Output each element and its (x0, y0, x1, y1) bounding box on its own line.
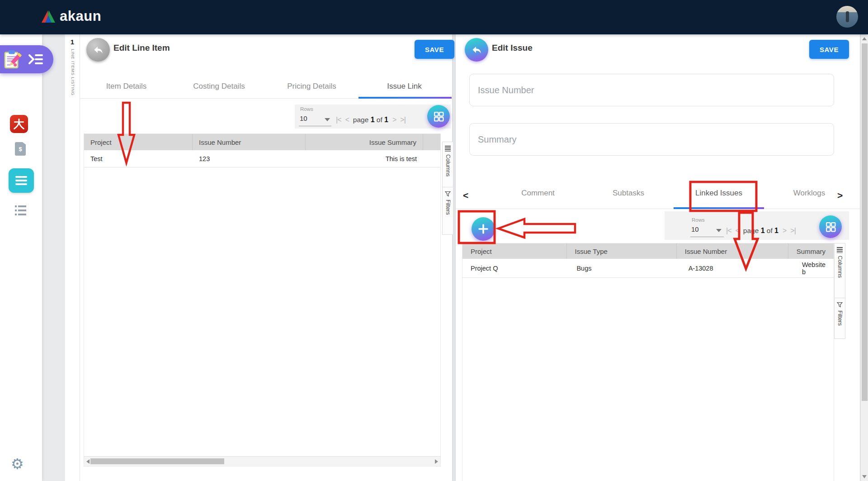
filter-funnel-icon (445, 191, 451, 197)
grid-view-button[interactable] (427, 105, 450, 128)
summary-field[interactable] (469, 123, 834, 156)
rows-label: Rows (692, 217, 705, 223)
clipboard-pencil-icon (2, 49, 22, 70)
rows-label: Rows (300, 106, 313, 112)
first-page-button[interactable]: |< (726, 227, 731, 235)
issue-link-table: Project Issue Number Issue Summary Test … (84, 133, 441, 467)
scrollbar-thumb[interactable] (90, 458, 224, 464)
sidebar-item-listing-active[interactable] (9, 168, 34, 193)
issue-tabs: Comment Subtasks Linked Issues Worklogs (493, 177, 854, 209)
grid-icon (433, 111, 444, 122)
col-header-issue-summary[interactable]: Issue Summary (306, 134, 423, 150)
tab-item-details[interactable]: Item Details (80, 75, 173, 98)
sidebar-item-billing[interactable]: $ (15, 142, 26, 156)
columns-label: Columns (837, 256, 843, 278)
issue-number-field[interactable] (469, 74, 834, 106)
brand-logo[interactable]: akaun (42, 8, 101, 24)
cell-issue-number: 123 (193, 150, 306, 167)
app-sidebar: $ ⚙ (0, 34, 42, 481)
scrollbar-thumb[interactable] (862, 43, 868, 401)
last-page-button[interactable]: >| (400, 116, 406, 124)
prev-page-button[interactable]: < (736, 227, 739, 235)
filters-toggle[interactable]: Filters (443, 187, 453, 234)
col-header-summary[interactable]: Summary (788, 243, 834, 259)
columns-toggle[interactable]: Columns (835, 243, 845, 298)
tab-subtasks[interactable]: Subtasks (583, 177, 674, 209)
line-item-tabs: Item Details Costing Details Pricing Det… (80, 75, 451, 98)
list-icon (15, 176, 27, 178)
line-items-listing-tab[interactable]: 1 LINE ITEMS LISTING (65, 34, 80, 481)
cell-project: Test (84, 150, 193, 167)
back-button[interactable] (86, 38, 110, 62)
first-page-button[interactable]: |< (336, 116, 341, 124)
prev-page-button[interactable]: < (345, 116, 349, 124)
caret-down-icon[interactable] (325, 118, 330, 121)
quick-launch-pill[interactable] (0, 45, 53, 73)
grid-view-button[interactable] (819, 215, 842, 238)
scroll-up-icon[interactable] (862, 37, 867, 40)
table-row[interactable]: Test 123 This is test (84, 150, 440, 167)
tab-costing-details[interactable]: Costing Details (173, 75, 265, 98)
scroll-left-icon[interactable] (86, 459, 90, 464)
col-header-issue-number[interactable]: Issue Number (677, 243, 788, 259)
table-header-row: Project Issue Number Issue Summary (84, 134, 440, 150)
edit-line-item-panel: Edit Line Item SAVE Item Details Costing… (80, 34, 452, 481)
next-page-button[interactable]: > (783, 227, 786, 235)
col-header-project[interactable]: Project (84, 134, 193, 150)
table-row[interactable]: Project Q Bugs A-13028 Website b (462, 259, 834, 278)
tab-comment[interactable]: Comment (493, 177, 583, 209)
settings-gear-icon[interactable]: ⚙ (11, 455, 24, 472)
save-button[interactable]: SAVE (809, 40, 849, 59)
tab-linked-issues[interactable]: Linked Issues (674, 177, 764, 209)
tabs-scroll-left-icon[interactable]: < (463, 190, 468, 201)
col-header-issue-number[interactable]: Issue Number (193, 134, 306, 150)
linked-issues-table: Project Issue Type Issue Number Summary … (462, 243, 834, 481)
filters-toggle[interactable]: Filters (835, 298, 845, 338)
columns-icon (837, 247, 843, 253)
tab-issue-link[interactable]: Issue Link (358, 75, 451, 98)
col-header-project[interactable]: Project (462, 243, 567, 259)
back-button[interactable] (465, 38, 488, 62)
horizontal-scrollbar[interactable] (84, 456, 440, 466)
col-header-issue-type[interactable]: Issue Type (567, 243, 677, 259)
top-navbar: akaun (0, 0, 868, 34)
brand-name: akaun (60, 8, 101, 24)
user-avatar[interactable] (836, 6, 858, 28)
tab-pricing-details[interactable]: Pricing Details (265, 75, 358, 98)
tab-vertical-label: LINE ITEMS LISTING (71, 49, 75, 95)
pagination: |< < page 1 of 1 > >| (336, 114, 406, 125)
window-scrollbar[interactable] (860, 34, 868, 481)
next-page-button[interactable]: > (392, 116, 396, 124)
add-linked-issue-button[interactable] (472, 217, 495, 241)
columns-toggle[interactable]: Columns (443, 142, 453, 187)
back-arrow-icon (92, 44, 104, 56)
active-tab-underline (359, 97, 452, 99)
page-title: Edit Issue (492, 43, 533, 53)
sidebar-item-app[interactable] (10, 115, 28, 133)
grid-icon (825, 221, 836, 233)
caret-down-icon[interactable] (716, 229, 722, 232)
tab-worklogs[interactable]: Worklogs (764, 177, 854, 209)
table-side-controls: Columns Filters (834, 243, 845, 339)
tabs-divider (456, 209, 860, 209)
dollar-doc-icon: $ (19, 146, 22, 152)
last-page-button[interactable]: >| (790, 227, 796, 235)
cell-issue-number: A-13028 (680, 259, 794, 277)
filters-label: Filters (445, 200, 451, 215)
tab-count: 1 (65, 38, 80, 46)
save-button[interactable]: SAVE (415, 40, 454, 59)
rows-per-page-select[interactable]: 10 (691, 225, 699, 233)
page-indicator: page 1 of 1 (353, 116, 388, 124)
scroll-right-icon[interactable] (435, 459, 438, 464)
sidebar-item-list[interactable] (15, 205, 27, 215)
filters-label: Filters (837, 310, 843, 326)
rows-per-page-select[interactable]: 10 (300, 114, 307, 122)
cell-summary: Website b (794, 259, 834, 277)
cell-project: Project Q (462, 259, 568, 277)
active-tab-underline (674, 207, 764, 209)
plus-icon (477, 223, 490, 235)
page-indicator: page 1 of 1 (743, 227, 778, 235)
columns-icon (445, 146, 451, 152)
scroll-down-icon[interactable] (862, 475, 867, 478)
edit-issue-panel: Edit Issue SAVE < > Comment Subtasks Lin… (456, 34, 860, 481)
